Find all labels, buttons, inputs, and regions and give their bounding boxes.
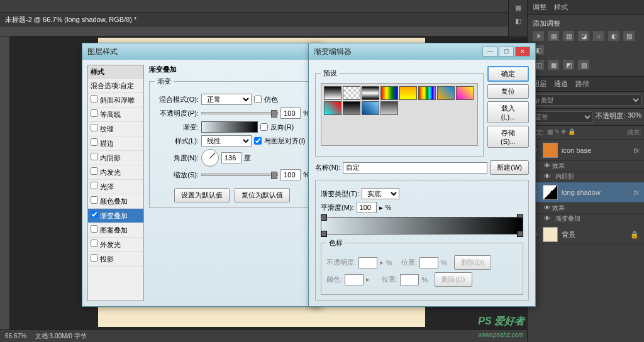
- fill-label: 填充:: [627, 128, 641, 137]
- tab-channels[interactable]: 通道: [554, 79, 568, 89]
- ruler-horizontal: [0, 26, 527, 36]
- zoom-level[interactable]: 66.67%: [5, 333, 26, 339]
- angle-dial[interactable]: [201, 149, 219, 167]
- tab-adjustments[interactable]: 调整: [533, 3, 547, 12]
- dialog-title: 渐变编辑器: [314, 47, 352, 57]
- dialog-title: 图层样式: [87, 47, 118, 57]
- name-input[interactable]: [343, 162, 487, 174]
- opacity-slider[interactable]: [201, 112, 278, 114]
- save-button[interactable]: 存储(S)...: [487, 126, 529, 148]
- layer-item[interactable]: 👁 背景 🔒: [528, 224, 644, 245]
- layer-thumb: [543, 143, 558, 158]
- dither-check[interactable]: [254, 96, 262, 103]
- collapsed-panels[interactable]: ▦◧: [508, 0, 527, 36]
- fx-badge[interactable]: fx: [633, 146, 641, 154]
- reverse-check[interactable]: [260, 123, 268, 131]
- opacity-value[interactable]: 30%: [628, 111, 641, 123]
- doc-info: 文档:3.00M/0 字节: [35, 333, 87, 339]
- layer-name[interactable]: icon base: [562, 146, 591, 154]
- new-button[interactable]: 新建(W): [490, 160, 529, 175]
- style-select[interactable]: 线性: [201, 135, 252, 146]
- delete-button: 删除(D): [435, 272, 472, 287]
- load-button[interactable]: 载入(L)...: [487, 101, 529, 123]
- minimize-button[interactable]: —: [482, 47, 497, 57]
- gradient-editor-dialog[interactable]: 渐变编辑器 — ☐ ✕ 确定 复位 载入(L)... 存储(S)... 预设: [308, 43, 536, 307]
- layer-name[interactable]: 背景: [562, 230, 575, 240]
- opacity-label: 不透明度:: [596, 111, 625, 123]
- style-list[interactable]: 样式 混合选项:自定 斜面和浮雕 等高线 纹理 描边 内阴影 内发光 光泽 颜色…: [87, 65, 144, 301]
- preset-grid[interactable]: [321, 83, 478, 146]
- smooth-input[interactable]: [357, 202, 377, 213]
- close-button[interactable]: ✕: [515, 47, 530, 57]
- ruler-vertical: [0, 36, 10, 329]
- make-default-button[interactable]: 设置为默认值: [174, 188, 230, 202]
- gradient-bar[interactable]: [321, 217, 523, 234]
- blend-mode-select[interactable]: 正常: [201, 94, 252, 105]
- angle-input[interactable]: [221, 152, 242, 163]
- adjustment-icons[interactable]: ☀▤▥◪☼◐▨◧: [533, 28, 639, 57]
- opacity-input[interactable]: [280, 108, 301, 119]
- scale-slider[interactable]: [201, 174, 278, 176]
- tab-styles[interactable]: 样式: [554, 3, 568, 12]
- layer-filter[interactable]: ρ 类型: [530, 94, 641, 106]
- fx-badge[interactable]: fx: [633, 189, 641, 196]
- layer-name[interactable]: long shadow: [562, 189, 601, 196]
- cancel-button[interactable]: 复位: [487, 84, 529, 99]
- lock-icon: 🔒: [630, 231, 641, 239]
- section-title: 渐变叠加: [149, 65, 315, 74]
- watermark: PS 爱好者 www.psahz.com: [478, 315, 525, 339]
- layer-item[interactable]: 👁 icon base fx: [528, 140, 644, 161]
- reset-default-button[interactable]: 复位为默认值: [235, 188, 290, 202]
- adjustment-icons-2[interactable]: ◫▦◩▧: [533, 57, 639, 72]
- color-stop[interactable]: [517, 231, 523, 237]
- tab-paths[interactable]: 路径: [575, 79, 589, 89]
- delete-button: 删除(D): [454, 255, 491, 270]
- adjustments-tabs[interactable]: 调整 样式: [528, 0, 644, 15]
- status-bar: 66.67% 文档:3.00M/0 字节: [0, 329, 527, 342]
- color-stop[interactable]: [321, 231, 327, 237]
- ok-button[interactable]: 确定: [487, 66, 529, 82]
- type-select[interactable]: 实底: [362, 188, 399, 199]
- layer-thumb: [543, 227, 558, 242]
- maximize-button[interactable]: ☐: [499, 47, 514, 57]
- layers-list: 👁 icon base fx 👁 效果 👁 内阴影 👁 long shadow …: [528, 140, 644, 245]
- align-check[interactable]: [254, 137, 262, 145]
- right-panel: 调整 样式 添加调整 ☀▤▥◪☼◐▨◧ ◫▦◩▧ 图层 通道 路径 ρ 类型 正…: [527, 0, 644, 342]
- layer-thumb: [543, 185, 558, 200]
- blend-mode[interactable]: 正常: [530, 111, 593, 123]
- scale-input[interactable]: [280, 169, 301, 180]
- add-adjustment-label: 添加调整: [533, 19, 639, 28]
- gradient-picker[interactable]: [201, 121, 258, 133]
- layer-item[interactable]: 👁 long shadow fx: [528, 182, 644, 203]
- layers-tabs[interactable]: 图层 通道 路径: [528, 77, 644, 92]
- layer-style-dialog[interactable]: 图层样式 样式 混合选项:自定 斜面和浮雕 等高线 纹理 描边 内阴影 内发光 …: [82, 43, 321, 307]
